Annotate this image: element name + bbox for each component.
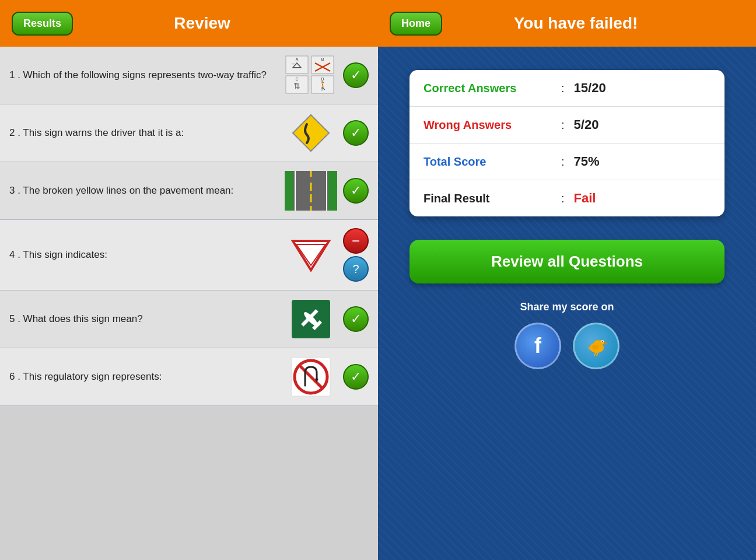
checkmark-icon bbox=[351, 125, 361, 141]
status-icon-correct bbox=[343, 178, 369, 204]
question-text: 4 . This sign indicates: bbox=[9, 248, 279, 262]
twitter-bird-icon bbox=[584, 334, 608, 358]
wrong-icon bbox=[352, 233, 360, 249]
home-button[interactable]: Home bbox=[390, 12, 442, 36]
svg-text:A: A bbox=[296, 57, 299, 61]
questions-list: 1 . Which of the following signs represe… bbox=[0, 47, 378, 560]
question-text: 3 . The broken yellow lines on the pavem… bbox=[9, 184, 279, 198]
results-button[interactable]: Results bbox=[12, 12, 73, 36]
checkmark-icon bbox=[351, 183, 361, 198]
checkmark-icon bbox=[351, 68, 361, 83]
status-icon-correct bbox=[343, 120, 369, 146]
svg-text:↔: ↔ bbox=[290, 61, 295, 66]
question-mark-icon bbox=[352, 262, 359, 276]
question-image bbox=[285, 170, 337, 211]
correct-answers-label: Correct Answers bbox=[424, 82, 552, 95]
colon: : bbox=[561, 155, 565, 169]
wrong-answers-row: Wrong Answers : 5/20 bbox=[410, 107, 724, 144]
status-icon-unanswered bbox=[343, 256, 369, 282]
question-item[interactable]: 1 . Which of the following signs represe… bbox=[0, 47, 378, 104]
svg-marker-40 bbox=[587, 346, 590, 350]
review-all-questions-button[interactable]: Review all Questions bbox=[410, 240, 724, 284]
total-score-label: Total Score bbox=[424, 155, 552, 169]
facebook-button[interactable]: f bbox=[514, 323, 561, 369]
right-panel: Home You have failed! Correct Answers : … bbox=[378, 0, 756, 560]
status-icon-correct bbox=[343, 364, 369, 390]
right-title: You have failed! bbox=[454, 14, 698, 33]
svg-text:🚶: 🚶 bbox=[318, 81, 328, 91]
facebook-icon: f bbox=[534, 334, 541, 358]
question-item[interactable]: 4 . This sign indicates: bbox=[0, 220, 378, 290]
question-item[interactable]: 3 . The broken yellow lines on the pavem… bbox=[0, 162, 378, 220]
svg-text:B: B bbox=[321, 57, 324, 61]
right-header: Home You have failed! bbox=[378, 0, 756, 47]
question-image bbox=[285, 235, 337, 275]
left-title: Review bbox=[85, 14, 320, 33]
question-item[interactable]: 2 . This sign warns the driver that it i… bbox=[0, 104, 378, 162]
status-icon-wrong bbox=[343, 228, 369, 254]
status-icon-correct bbox=[343, 62, 369, 88]
question-text: 2 . This sign warns the driver that it i… bbox=[9, 126, 279, 140]
results-card: Correct Answers : 15/20 Wrong Answers : … bbox=[410, 70, 724, 216]
question-image: A ↔ B C ⇅ D 🚶 bbox=[285, 55, 337, 96]
svg-text:⇅: ⇅ bbox=[293, 81, 300, 90]
question-image bbox=[285, 356, 337, 397]
colon: : bbox=[561, 192, 565, 205]
share-label: Share my score on bbox=[520, 301, 614, 313]
question-image bbox=[285, 113, 337, 153]
svg-text:D: D bbox=[321, 77, 324, 81]
status-icon-correct bbox=[343, 306, 369, 332]
final-result-value: Fail bbox=[574, 191, 596, 206]
question-image bbox=[285, 299, 337, 340]
wrong-answers-value: 5/20 bbox=[574, 117, 599, 132]
svg-point-38 bbox=[602, 341, 603, 342]
total-score-value: 75% bbox=[574, 154, 600, 169]
svg-text:C: C bbox=[295, 77, 298, 81]
correct-answers-row: Correct Answers : 15/20 bbox=[410, 70, 724, 107]
checkmark-icon bbox=[351, 369, 361, 384]
social-icons: f bbox=[514, 323, 620, 369]
svg-line-41 bbox=[594, 352, 596, 356]
colon: : bbox=[561, 82, 565, 95]
total-score-row: Total Score : 75% bbox=[410, 144, 724, 180]
question-item[interactable]: 6 . This regulatory sign represents: bbox=[0, 348, 378, 406]
question-item[interactable]: 5 . What does this sign mean? bbox=[0, 290, 378, 348]
svg-marker-15 bbox=[293, 115, 329, 151]
question-text: 1 . Which of the following signs represe… bbox=[9, 68, 279, 82]
svg-point-43 bbox=[592, 345, 599, 349]
final-result-row: Final Result : Fail bbox=[410, 180, 724, 216]
colon: : bbox=[561, 118, 565, 132]
checkmark-icon bbox=[351, 312, 361, 327]
wrong-answers-label: Wrong Answers bbox=[424, 118, 552, 132]
left-header: Results Review bbox=[0, 0, 378, 47]
question-text: 6 . This regulatory sign represents: bbox=[9, 370, 279, 384]
question-text: 5 . What does this sign mean? bbox=[9, 312, 279, 326]
svg-marker-39 bbox=[604, 342, 608, 345]
left-panel: Results Review 1 . Which of the followin… bbox=[0, 0, 378, 560]
correct-answers-value: 15/20 bbox=[574, 80, 606, 96]
twitter-button[interactable] bbox=[573, 323, 620, 369]
final-result-label: Final Result bbox=[424, 192, 552, 205]
